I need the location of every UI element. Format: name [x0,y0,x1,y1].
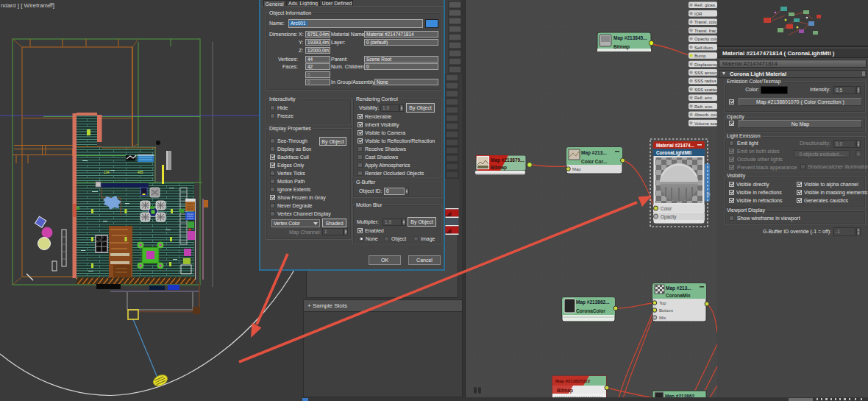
svg-text:CoronaMix: CoronaMix [666,293,691,298]
svg-text:Map #213825322: Map #213825322 [555,379,591,383]
svg-text:Volume scatt: Volume scatt [694,121,717,126]
svg-text:Top: Top [659,301,666,305]
svg-text:Map: Map [572,167,581,171]
svg-text:Transl. color: Transl. color [694,20,717,24]
svg-text:Mix: Mix [659,316,666,320]
svg-text:134: 134 [104,171,110,174]
svg-text:Transl. frac.: Transl. frac. [694,29,717,33]
svg-text:Bump: Bump [694,54,706,58]
svg-text:Refr. env.: Refr. env. [694,104,714,109]
svg-text:Absorb. color: Absorb. color [694,113,717,117]
svg-text:Material #21474...: Material #21474... [656,143,694,148]
svg-text:Map #213879...: Map #213879... [491,157,524,163]
svg-text:SSS amount: SSS amount [694,71,717,75]
svg-text:Bottom: Bottom [659,308,673,313]
svg-text:Opacity color: Opacity color [694,37,717,41]
svg-text:Map #213...: Map #213... [666,285,691,291]
svg-text:Displacement: Displacement [694,63,717,67]
svg-text:Refl. env.: Refl. env. [694,96,713,100]
svg-text:CoronaColor: CoronaColor [576,308,605,313]
svg-text:Refl. gloss.: Refl. gloss. [694,3,716,7]
svg-text:Opacity: Opacity [661,214,677,220]
svg-text:SSS radius: SSS radius [694,79,716,83]
svg-text:CoronaLightMtl: CoronaLightMtl [656,150,691,156]
svg-text:Color: Color [661,206,672,211]
svg-text:Map #213...: Map #213... [581,150,607,156]
svg-text:IOR: IOR [694,12,702,16]
svg-text:Map #213862...: Map #213862... [576,299,610,305]
svg-text:Map #213845...: Map #213845... [613,35,647,41]
svg-text:Color Cor...: Color Cor... [581,159,607,164]
svg-text:ndard ] [ Wireframe ]: ndard ] [ Wireframe ] [1,2,54,9]
svg-text:Bitmap: Bitmap [491,165,507,171]
svg-text:405: 405 [138,171,143,174]
svg-text:Bitmap: Bitmap [557,388,573,394]
svg-text:Bitmap: Bitmap [613,44,630,50]
svg-text:Self-illum.: Self-illum. [694,46,714,50]
svg-text:SSS scatter c: SSS scatter c [694,88,717,92]
